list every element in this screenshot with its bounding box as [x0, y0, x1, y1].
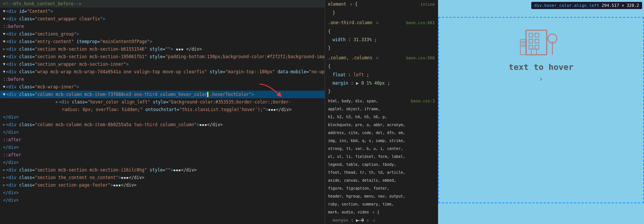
css-long-line-12: figure, figcaption, footer,	[325, 184, 438, 192]
css-prop-margin-strikethrough: margin : ▶ 0 ; ⊘	[325, 216, 438, 224]
css-rule-one-third-open: {	[325, 27, 438, 36]
css-long-line-6: img, ins, kbd, q, s, samp, strike,	[325, 137, 438, 145]
css-rule-one-third-close: }	[325, 44, 438, 52]
svg-rect-4	[529, 39, 533, 43]
text-to-hover-label: text to hover	[509, 62, 573, 72]
css-panel: element ⚙ { inline } .one-third.column ⚙…	[325, 0, 438, 224]
css-long-line-7: strong, tt, var, b, u, i, center,	[325, 145, 438, 153]
css-long-line-14: ruby, section, summary, time,	[325, 200, 438, 208]
line-mcb-wrap-inner[interactable]: ▼ <div class="mcb-wrap-inner">	[0, 83, 325, 91]
line-close-div-1[interactable]: </div>	[0, 113, 325, 121]
line-hover-color-cont[interactable]: radius: 6px; overflow: hidden;" ontouchs…	[0, 106, 325, 113]
line-close-div-4[interactable]: </div>	[0, 159, 325, 166]
line-before-pseudo-2[interactable]: ::before	[0, 76, 325, 83]
css-prop-float: float : left ;	[325, 71, 438, 79]
line-wrap[interactable]: ▼ <div class="wrap mcb-wrap mcb-wrap-7d4…	[0, 68, 325, 76]
svg-rect-6	[529, 45, 533, 49]
css-long-line-8: ol, ul, li, fieldset, form, label,	[325, 153, 438, 161]
css-rule-element-close: }	[325, 9, 438, 17]
line-comment[interactable]: <!--mfn_hook_content_before-->	[0, 0, 325, 8]
line-content-wrapper[interactable]: ▼ <div class="content_wrapper clearfix">	[0, 15, 325, 23]
css-long-line-3: h1, h2, h3, h4, h5, h6, p,	[325, 113, 438, 121]
line-section-b61551546[interactable]: ▶ <div class="section mcb-section mcb-se…	[0, 45, 325, 53]
element-tooltip: div.hover_color.align_left 294.517 × 328…	[531, 2, 642, 9]
css-rule-one-third: .one-third.column ⚙ base.css:601	[325, 19, 438, 27]
line-section-page-footer[interactable]: ▶ <div class="section section-page-foote…	[0, 181, 325, 189]
line-section-i16ilc0hg[interactable]: ▶ <div class="section mcb-section mcb-se…	[0, 166, 325, 174]
line-content-div[interactable]: ▼ <div id="Content">	[0, 8, 325, 15]
svg-rect-8	[531, 49, 537, 55]
line-hover-color[interactable]: ▶ <div class="hover_color align_left" st…	[0, 98, 325, 106]
line-after-pseudo-1[interactable]: ::after	[0, 136, 325, 144]
css-long-line-4: blockquote, pre, a, abbr, acronym,	[325, 121, 438, 129]
css-long-line-2: applet, object, iframe,	[325, 105, 438, 113]
preview-content-area: text to hover ›	[438, 19, 644, 83]
line-entry-content[interactable]: ▼ <div class="entry-content" itemprop="m…	[0, 38, 325, 45]
line-section-195061fb1[interactable]: ▼ <div class="section mcb-section mcb-se…	[0, 53, 325, 60]
svg-rect-12	[521, 42, 523, 43]
line-close-div-3[interactable]: </div>	[0, 144, 325, 151]
css-long-line-10: tfoot, thead, tr, th, td, article,	[325, 168, 438, 176]
line-close-div-2[interactable]: </div>	[0, 128, 325, 136]
svg-rect-3	[535, 33, 539, 37]
css-rule-column-close: }	[325, 87, 438, 96]
css-long-line-15: mark, audio, video ⚙ {	[325, 208, 438, 216]
css-rule-column: .column, .columns ⚙ base.css:566	[325, 54, 438, 62]
svg-rect-11	[520, 40, 526, 55]
css-long-line-9: legend, table, caption, tbody,	[325, 161, 438, 168]
html-panel: <!--mfn_hook_content_before--> ▼ <div id…	[0, 0, 325, 224]
preview-panel: div.hover_color.align_left 294.517 × 328…	[438, 0, 644, 224]
css-rule-column-open: {	[325, 62, 438, 71]
svg-rect-2	[529, 33, 533, 37]
building-illustration	[518, 19, 564, 57]
line-highlighted-div[interactable]: ▼ <div class="column mcb-column mcb-item…	[0, 91, 325, 98]
css-long-line-13: header, hgroup, menu, nav, output,	[325, 192, 438, 200]
css-prop-margin: margin : ▶ 0 1% 40px ;	[325, 79, 438, 87]
line-two-third[interactable]: ▶ <div class="column mcb-column mcb-item…	[0, 121, 325, 128]
css-long-line-11: aside, canvas, details, embed,	[325, 176, 438, 184]
line-close-div-5[interactable]: </div>	[0, 189, 325, 196]
line-the-content[interactable]: ▶ <div class="section the_content no_con…	[0, 174, 325, 181]
svg-rect-15	[524, 45, 525, 46]
chevron-right-icon: ›	[539, 75, 543, 83]
line-section-wrapper[interactable]: ▼ <div class="section_wrapper mcb-sectio…	[0, 60, 325, 68]
line-after-pseudo-2[interactable]: ::after	[0, 151, 325, 159]
css-long-line-5: address, cite, code, del, dfn, em,	[325, 129, 438, 137]
svg-rect-7	[535, 45, 539, 49]
line-sections-group[interactable]: ▼ <div class="sections_group">	[0, 30, 325, 38]
svg-rect-14	[521, 45, 523, 46]
svg-rect-13	[524, 42, 525, 43]
css-rule-long-selector: html, body, div, span, base.css:3	[325, 97, 438, 105]
line-close-div-6[interactable]: </div>	[0, 196, 325, 204]
css-rule-element: element ⚙ { inline	[325, 0, 438, 9]
css-prop-width: width : 31.333% ;	[325, 36, 438, 44]
svg-rect-5	[535, 39, 539, 43]
line-before-pseudo[interactable]: ::before	[0, 23, 325, 30]
